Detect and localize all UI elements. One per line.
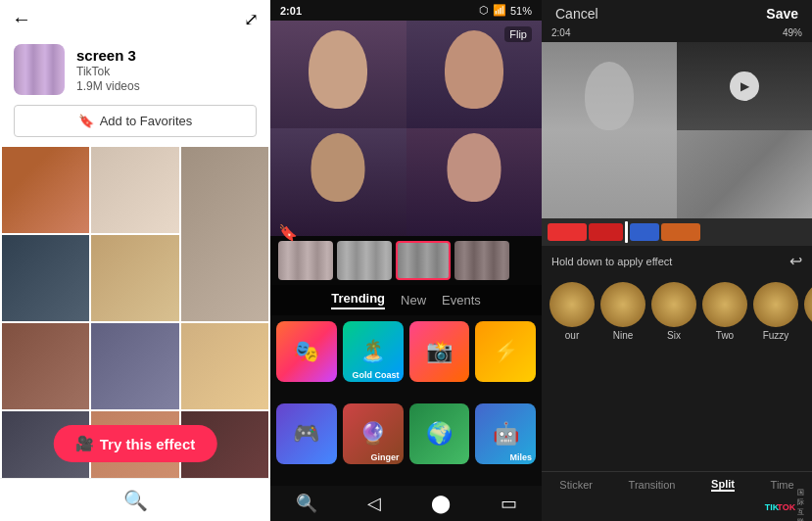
video-right-pane: ▶ xyxy=(677,42,812,218)
bookmark-icon: 🔖 xyxy=(78,114,94,128)
effect-circle-img xyxy=(549,282,595,327)
effect-item[interactable]: 🎮 xyxy=(276,403,337,464)
effect-item[interactable]: 🎭 xyxy=(276,321,337,382)
effect-circle-item[interactable]: our xyxy=(549,282,595,341)
tab-trending[interactable]: Trending xyxy=(331,291,385,309)
wifi-icon: 📶 xyxy=(493,4,506,17)
battery-label: 51% xyxy=(510,5,532,17)
timeline-segment-red1 xyxy=(548,223,587,241)
tab-new[interactable]: New xyxy=(401,293,426,308)
effect-circle-label: our xyxy=(565,330,579,341)
back-nav-icon[interactable]: ◁ xyxy=(367,493,381,514)
effect-circle-item[interactable]: Nine xyxy=(600,282,645,341)
effect-item-label: Gold Coast xyxy=(352,370,399,380)
panel3-bottom-tabs: Sticker Transition Split Time xyxy=(542,471,812,494)
grid-cell[interactable] xyxy=(91,323,178,409)
panel2-battery: ⬡ 📶 51% xyxy=(479,4,532,17)
effect-thumb-1[interactable] xyxy=(278,241,333,280)
panel2-bottom-nav: 🔍 ◁ ⬤ ▭ xyxy=(270,486,542,521)
effect-circle-item[interactable]: Six xyxy=(651,282,696,341)
undo-icon[interactable]: ↩ xyxy=(789,252,802,270)
grid-cell[interactable] xyxy=(181,323,268,409)
hold-text-label: Hold down to apply effect xyxy=(551,256,672,267)
save-button[interactable]: Save xyxy=(766,6,798,22)
effect-text: screen 3 TikTok 1.9M videos xyxy=(76,47,140,93)
video-left-pane xyxy=(542,42,677,218)
panel2-status-bar: 2:01 ⬡ 📶 51% xyxy=(270,0,542,21)
effect-circle-img xyxy=(804,282,812,327)
panel1-header: ← ⤢ xyxy=(0,0,270,38)
add-favorites-button[interactable]: 🔖 Add to Favorites xyxy=(14,105,257,137)
effect-creator: TikTok xyxy=(76,65,140,78)
effect-circle-img xyxy=(702,282,747,327)
menu-nav-icon[interactable]: ▭ xyxy=(501,493,517,514)
panel3-bottom-nav: TIK TOK 国际互联 xyxy=(542,494,812,521)
effect-item[interactable]: 🔮 Ginger xyxy=(343,403,404,464)
timeline-segment-orange xyxy=(661,223,700,241)
tab-time[interactable]: Time xyxy=(771,479,794,491)
tab-events[interactable]: Events xyxy=(442,293,481,308)
effect-item[interactable]: 📸 xyxy=(409,321,470,382)
effect-circle-img xyxy=(753,282,798,327)
panel3-status: 2:04 49% xyxy=(542,27,812,42)
video-right-top[interactable]: ▶ xyxy=(677,42,812,130)
timeline-bar[interactable] xyxy=(542,218,812,246)
tab-split[interactable]: Split xyxy=(711,478,735,492)
timeline-playhead[interactable] xyxy=(625,221,628,243)
grid-cell[interactable] xyxy=(2,323,89,409)
video-grid-section: 🎥 Try this effect xyxy=(0,147,270,521)
effect-item[interactable]: ⚡ xyxy=(475,321,536,382)
timeline-segment-blue xyxy=(630,223,659,241)
camera-icon: 🎥 xyxy=(75,435,94,452)
effect-circle-img xyxy=(651,282,696,327)
play-icon[interactable]: ▶ xyxy=(730,71,759,101)
back-icon[interactable]: ← xyxy=(12,8,31,30)
try-effect-label: Try this effect xyxy=(100,436,196,452)
effect-thumb-4[interactable] xyxy=(454,241,509,280)
effect-thumb-2[interactable] xyxy=(337,241,392,280)
flip-button[interactable]: Flip xyxy=(504,26,532,42)
grid-cell[interactable] xyxy=(91,147,178,233)
effect-circle-label: Two xyxy=(716,330,734,341)
panel1-bottom-nav: 🔍 xyxy=(0,478,270,521)
search-icon[interactable]: 🔍 xyxy=(123,489,148,512)
bluetooth-icon: ⬡ xyxy=(479,4,489,17)
panel2-tabs: Trending New Events xyxy=(270,285,542,315)
share-icon[interactable]: ⤢ xyxy=(244,9,259,30)
grid-cell[interactable] xyxy=(2,147,89,233)
effect-circle-label: Fuzzy xyxy=(763,330,789,341)
cancel-button[interactable]: Cancel xyxy=(555,6,598,22)
effect-item[interactable]: 🌍 xyxy=(409,403,470,464)
effect-item[interactable]: 🤖 Miles xyxy=(475,403,536,464)
grid-cell[interactable] xyxy=(91,235,178,321)
panel3-time: 2:04 xyxy=(551,27,570,38)
tab-transition[interactable]: Transition xyxy=(629,479,676,491)
tab-sticker[interactable]: Sticker xyxy=(559,479,593,491)
cam-cell-br xyxy=(406,128,543,236)
effect-circle-item[interactable]: Three xyxy=(804,282,812,341)
camera-preview: Flip xyxy=(270,21,542,236)
panel2-time: 2:01 xyxy=(280,5,302,17)
bookmark-icon[interactable]: 🔖 xyxy=(278,223,298,242)
grid-cell[interactable] xyxy=(2,235,89,321)
grid-cell[interactable] xyxy=(181,147,268,321)
effect-thumb-3[interactable] xyxy=(396,241,451,280)
effect-circle-img xyxy=(600,282,645,327)
panel-effect-detail: ← ⤢ screen 3 TikTok 1.9M videos 🔖 Add to… xyxy=(0,0,270,521)
video-right-bottom xyxy=(677,130,812,218)
effect-circle-item[interactable]: Two xyxy=(702,282,747,341)
timeline-segment-red2 xyxy=(589,223,623,241)
panel3-header: Cancel Save xyxy=(542,0,812,27)
effect-circle-label: Nine xyxy=(613,330,634,341)
video-preview: ▶ xyxy=(542,42,812,218)
camera-grid xyxy=(270,21,542,236)
tiktok-logo: TIK TOK 国际互联 xyxy=(765,497,804,517)
effect-circle-item[interactable]: Fuzzy xyxy=(753,282,798,341)
search-nav-icon[interactable]: 🔍 xyxy=(296,493,317,514)
try-effect-button[interactable]: 🎥 Try this effect xyxy=(54,425,217,462)
effect-thumbnail xyxy=(14,44,65,95)
panel3-battery: 49% xyxy=(783,27,802,38)
effect-item[interactable]: 🏝️ Gold Coast xyxy=(343,321,404,382)
home-nav-icon[interactable]: ⬤ xyxy=(431,493,451,514)
effect-item-label: Ginger xyxy=(370,452,399,462)
